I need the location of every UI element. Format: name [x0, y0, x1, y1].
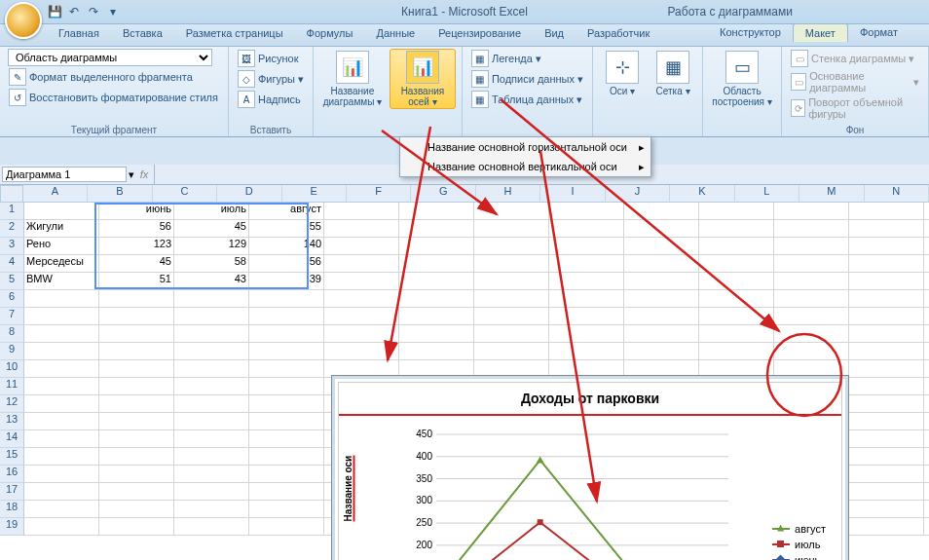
- cell[interactable]: [324, 220, 399, 238]
- cell[interactable]: [99, 343, 174, 360]
- cell[interactable]: [924, 203, 929, 220]
- cell[interactable]: [624, 273, 699, 290]
- cell[interactable]: 129: [174, 238, 249, 255]
- cell[interactable]: [549, 290, 624, 308]
- cell[interactable]: Мерседесы: [24, 255, 99, 273]
- cell[interactable]: [249, 360, 324, 378]
- reset-style-button[interactable]: ↺Восстановить форматирование стиля: [6, 88, 221, 107]
- cell[interactable]: 56: [99, 220, 174, 238]
- cell[interactable]: [549, 220, 624, 238]
- cell[interactable]: [24, 290, 99, 308]
- cell[interactable]: [99, 325, 174, 343]
- cell[interactable]: [774, 308, 849, 325]
- cell[interactable]: [399, 255, 474, 273]
- cell[interactable]: [624, 308, 699, 325]
- cell[interactable]: [924, 290, 929, 308]
- cell[interactable]: [474, 203, 549, 220]
- row-header[interactable]: 1: [0, 203, 24, 220]
- ctxtab-Формат[interactable]: Формат: [848, 23, 910, 42]
- rotation-3d-button[interactable]: ⟳Поворот объемной фигуры: [788, 95, 922, 121]
- row-header[interactable]: 10: [0, 360, 24, 378]
- cell[interactable]: [249, 378, 324, 395]
- col-header[interactable]: E: [282, 185, 347, 203]
- data-table-button[interactable]: ▦Таблица данных ▾: [468, 90, 585, 109]
- cell[interactable]: [99, 501, 174, 518]
- cell[interactable]: [174, 360, 249, 378]
- cell[interactable]: [924, 395, 929, 413]
- tab-Разработчик[interactable]: Разработчик: [576, 24, 661, 46]
- cell[interactable]: [99, 518, 174, 536]
- cell[interactable]: [849, 395, 924, 413]
- cell[interactable]: 43: [174, 273, 249, 290]
- cell[interactable]: [924, 325, 929, 343]
- cell[interactable]: июль: [174, 203, 249, 220]
- cell[interactable]: [399, 238, 474, 255]
- tab-Разметка страницы[interactable]: Разметка страницы: [174, 24, 295, 46]
- cell[interactable]: [99, 290, 174, 308]
- row-header[interactable]: 6: [0, 290, 24, 308]
- cell[interactable]: [624, 220, 699, 238]
- cell[interactable]: [924, 430, 929, 448]
- axis-titles-button[interactable]: 📊Названия осей ▾: [390, 49, 456, 109]
- row-header[interactable]: 8: [0, 325, 24, 343]
- chart-floor-button[interactable]: ▭Основание диаграммы ▾: [788, 69, 922, 94]
- cell[interactable]: 51: [99, 273, 174, 290]
- cell[interactable]: [924, 466, 929, 483]
- name-box[interactable]: [2, 167, 127, 182]
- cell[interactable]: [849, 448, 924, 466]
- col-header[interactable]: I: [540, 185, 605, 203]
- row-header[interactable]: 11: [0, 378, 24, 395]
- cell[interactable]: [174, 430, 249, 448]
- cell[interactable]: [99, 360, 174, 378]
- cell[interactable]: [774, 255, 849, 273]
- cell[interactable]: [324, 290, 399, 308]
- cell[interactable]: [24, 395, 99, 413]
- row-header[interactable]: 16: [0, 466, 24, 483]
- chart-object[interactable]: Доходы от парковки Название оси Название…: [331, 375, 849, 560]
- cell[interactable]: [549, 343, 624, 360]
- cell[interactable]: [924, 501, 929, 518]
- row-header[interactable]: 7: [0, 308, 24, 325]
- cell[interactable]: [249, 325, 324, 343]
- cell[interactable]: [624, 238, 699, 255]
- cell[interactable]: [924, 308, 929, 325]
- y-axis-title[interactable]: Название оси: [343, 455, 355, 521]
- cell[interactable]: [699, 290, 774, 308]
- menu-vertical-axis-title[interactable]: Название основной вертикальной оси: [400, 157, 650, 176]
- chart-legend[interactable]: августиюльиюнь: [772, 519, 826, 561]
- row-header[interactable]: 15: [0, 448, 24, 466]
- cell[interactable]: [249, 290, 324, 308]
- cell[interactable]: [474, 273, 549, 290]
- cell[interactable]: [324, 203, 399, 220]
- cell[interactable]: [324, 238, 399, 255]
- cell[interactable]: [699, 325, 774, 343]
- cell[interactable]: [924, 378, 929, 395]
- cell[interactable]: [174, 290, 249, 308]
- cell[interactable]: [924, 360, 929, 378]
- cell[interactable]: [174, 413, 249, 430]
- shapes-button[interactable]: ◇Фигуры ▾: [235, 69, 307, 89]
- qat-more-icon[interactable]: ▾: [105, 4, 121, 19]
- row-header[interactable]: 4: [0, 255, 24, 273]
- col-header[interactable]: B: [88, 185, 152, 203]
- cell[interactable]: [849, 483, 924, 501]
- col-header[interactable]: K: [670, 185, 734, 203]
- cell[interactable]: [699, 255, 774, 273]
- chart-element-combo[interactable]: Область диаграммы: [8, 49, 212, 66]
- cell[interactable]: [849, 203, 924, 220]
- cell[interactable]: [849, 220, 924, 238]
- cell[interactable]: [174, 308, 249, 325]
- chart-title-button[interactable]: 📊Название диаграммы ▾: [319, 49, 386, 109]
- cell[interactable]: [249, 395, 324, 413]
- cell[interactable]: [174, 483, 249, 501]
- cell[interactable]: [24, 378, 99, 395]
- cell[interactable]: [849, 273, 924, 290]
- cell[interactable]: [249, 308, 324, 325]
- row-header[interactable]: 5: [0, 273, 24, 290]
- chart-title[interactable]: Доходы от парковки: [339, 383, 841, 416]
- cell[interactable]: [174, 501, 249, 518]
- cell[interactable]: [849, 430, 924, 448]
- cell[interactable]: BMW: [24, 273, 99, 290]
- cell[interactable]: [699, 343, 774, 360]
- legend-item[interactable]: август: [772, 523, 826, 535]
